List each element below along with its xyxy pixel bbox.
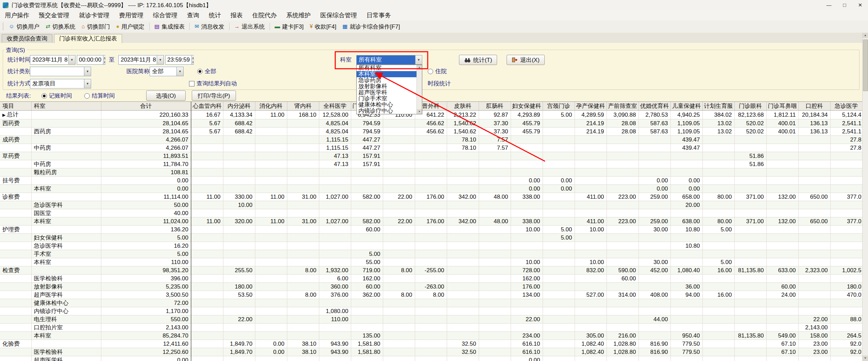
value-cell[interactable] — [287, 324, 319, 332]
value-cell[interactable] — [734, 291, 766, 299]
dropdown-item[interactable]: 所有科室 — [357, 65, 417, 71]
value-cell[interactable] — [191, 332, 223, 340]
value-cell[interactable] — [351, 201, 383, 209]
value-cell[interactable]: 1,028.80 — [607, 348, 639, 356]
value-cell[interactable]: 11.00 — [255, 217, 287, 226]
item-cell[interactable] — [0, 275, 31, 283]
value-cell[interactable]: 98,351.20 — [101, 266, 191, 275]
value-cell[interactable] — [639, 234, 670, 242]
value-cell[interactable]: 342.00 — [447, 193, 479, 201]
value-cell[interactable] — [383, 324, 415, 332]
chevron-down-icon[interactable]: ▼ — [84, 79, 91, 88]
dept-cell[interactable]: 超声医学科 — [31, 291, 101, 299]
value-cell[interactable] — [511, 242, 543, 250]
value-cell[interactable]: 0.00 — [101, 185, 191, 193]
value-cell[interactable] — [639, 209, 670, 217]
value-cell[interactable]: 60.00 — [351, 283, 383, 291]
value-cell[interactable]: 10.00 — [223, 201, 255, 209]
value-cell[interactable] — [191, 315, 223, 324]
value-cell[interactable]: 779.50 — [670, 348, 702, 356]
hospital-combo[interactable]: 全部 ▼ — [150, 67, 184, 76]
value-cell[interactable] — [607, 324, 639, 332]
value-cell[interactable] — [607, 185, 639, 193]
value-cell[interactable] — [223, 152, 255, 160]
value-cell[interactable] — [287, 242, 319, 250]
value-cell[interactable] — [511, 209, 543, 217]
value-cell[interactable] — [798, 299, 830, 307]
value-cell[interactable] — [607, 356, 639, 361]
value-cell[interactable] — [383, 299, 415, 307]
value-cell[interactable]: 7.57 — [479, 136, 511, 144]
value-cell[interactable] — [766, 258, 798, 266]
value-cell[interactable]: 2,143.00 — [101, 324, 191, 332]
value-cell[interactable]: 11,024.00 — [101, 217, 191, 226]
value-cell[interactable] — [479, 160, 511, 168]
dept-cell[interactable] — [31, 136, 101, 144]
value-cell[interactable]: 794.59 — [351, 128, 383, 136]
dept-cell[interactable]: 超声医学科 — [31, 356, 101, 361]
item-cell[interactable]: ▶总计 — [0, 111, 31, 119]
value-cell[interactable]: 255.50 — [223, 266, 255, 275]
value-cell[interactable] — [351, 307, 383, 315]
value-cell[interactable] — [447, 234, 479, 242]
maximize-button[interactable]: □ — [837, 0, 852, 10]
value-cell[interactable]: 8.00 — [287, 266, 319, 275]
value-cell[interactable] — [479, 201, 511, 209]
value-cell[interactable] — [575, 324, 607, 332]
value-cell[interactable] — [702, 283, 734, 291]
value-cell[interactable]: 1,109.05 — [670, 128, 702, 136]
value-cell[interactable]: 411.00 — [575, 193, 607, 201]
value-cell[interactable] — [479, 315, 511, 324]
value-cell[interactable] — [670, 168, 702, 177]
value-cell[interactable]: 214.19 — [575, 119, 607, 128]
time-to-spinner[interactable]: 23:59:59 ▲▼ — [165, 55, 194, 65]
value-cell[interactable] — [191, 291, 223, 299]
value-cell[interactable] — [191, 250, 223, 258]
value-cell[interactable] — [830, 307, 862, 315]
value-cell[interactable] — [351, 168, 383, 177]
value-cell[interactable] — [383, 144, 415, 152]
value-cell[interactable] — [351, 356, 383, 361]
value-cell[interactable] — [447, 275, 479, 283]
value-cell[interactable] — [319, 226, 351, 234]
value-cell[interactable]: 259.00 — [639, 217, 670, 226]
value-cell[interactable] — [575, 315, 607, 324]
value-cell[interactable] — [702, 348, 734, 356]
value-cell[interactable] — [479, 209, 511, 217]
value-cell[interactable] — [511, 307, 543, 315]
value-cell[interactable] — [447, 185, 479, 193]
value-cell[interactable] — [479, 291, 511, 299]
value-cell[interactable] — [766, 234, 798, 242]
value-cell[interactable]: 30.00 — [639, 226, 670, 234]
value-cell[interactable] — [191, 136, 223, 144]
value-cell[interactable] — [575, 356, 607, 361]
item-cell[interactable] — [0, 185, 31, 193]
item-cell[interactable]: 草药费 — [0, 152, 31, 160]
value-cell[interactable]: 92.0 — [830, 340, 862, 348]
value-cell[interactable]: 264.5 — [830, 332, 862, 340]
value-cell[interactable] — [351, 299, 383, 307]
toolbar-button-switch-department[interactable]: ⌂切换部门 — [79, 22, 113, 31]
value-cell[interactable] — [383, 209, 415, 217]
value-cell[interactable] — [766, 250, 798, 258]
value-cell[interactable] — [191, 201, 223, 209]
value-cell[interactable] — [766, 185, 798, 193]
value-cell[interactable] — [543, 152, 575, 160]
value-cell[interactable] — [255, 299, 287, 307]
item-cell[interactable] — [0, 217, 31, 226]
value-cell[interactable] — [351, 209, 383, 217]
value-cell[interactable] — [543, 144, 575, 152]
value-cell[interactable]: 134.00 — [511, 291, 543, 299]
value-cell[interactable] — [766, 226, 798, 234]
value-cell[interactable]: 816.90 — [639, 348, 670, 356]
value-cell[interactable] — [670, 250, 702, 258]
value-cell[interactable] — [543, 201, 575, 209]
value-cell[interactable] — [734, 250, 766, 258]
value-cell[interactable]: 80.00 — [702, 217, 734, 226]
value-cell[interactable]: 38.10 — [287, 348, 319, 356]
value-cell[interactable] — [543, 209, 575, 217]
dept-cell[interactable]: 本科室 — [31, 217, 101, 226]
value-cell[interactable] — [191, 340, 223, 348]
radio-all[interactable]: 全部 — [197, 67, 216, 76]
value-cell[interactable] — [798, 250, 830, 258]
